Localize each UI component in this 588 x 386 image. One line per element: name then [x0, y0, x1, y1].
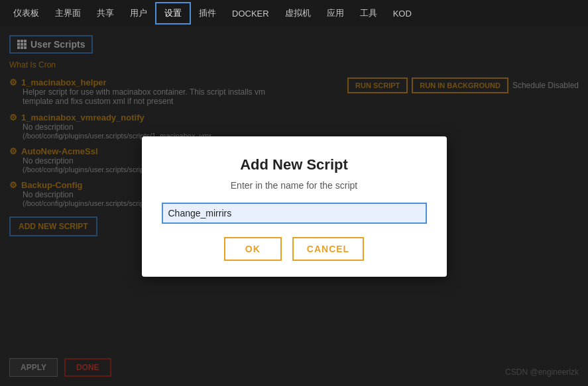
nav-main[interactable]: 主界面 — [47, 3, 89, 23]
modal-subtitle: Enter in the name for the script — [162, 180, 427, 191]
modal-title: Add New Script — [162, 156, 427, 173]
nav-vm[interactable]: 虚拟机 — [277, 3, 319, 23]
nav-docker[interactable]: DOCKER — [224, 5, 277, 23]
nav-settings[interactable]: 设置 — [155, 2, 191, 24]
nav-apps[interactable]: 应用 — [319, 3, 352, 23]
modal-overlay: Add New Script Enter in the name for the… — [0, 26, 588, 386]
main-content: User Scripts What Is Cron ⚙ 1_macinabox_… — [0, 26, 588, 386]
add-script-modal: Add New Script Enter in the name for the… — [142, 136, 447, 277]
nav-kod[interactable]: KOD — [385, 5, 420, 23]
top-navigation: 仪表板 主界面 共享 用户 设置 插件 DOCKER 虚拟机 应用 工具 KOD — [0, 0, 588, 26]
script-name-input[interactable] — [162, 203, 427, 224]
cancel-button[interactable]: CANCEL — [292, 237, 364, 261]
nav-users[interactable]: 用户 — [122, 3, 155, 23]
nav-tools[interactable]: 工具 — [352, 3, 385, 23]
modal-buttons: OK CANCEL — [162, 237, 427, 261]
nav-plugins[interactable]: 插件 — [191, 3, 224, 23]
nav-dashboard[interactable]: 仪表板 — [5, 3, 47, 23]
nav-share[interactable]: 共享 — [89, 3, 122, 23]
ok-button[interactable]: OK — [224, 237, 282, 261]
